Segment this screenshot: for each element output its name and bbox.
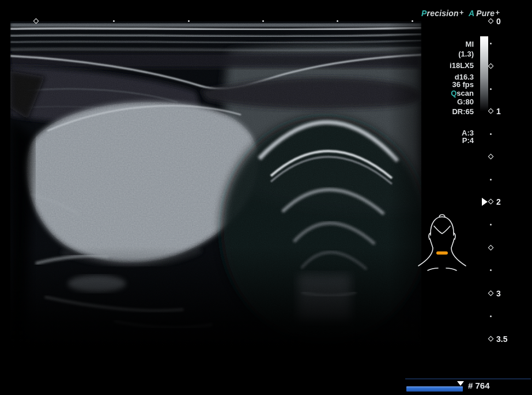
ultrasound-screen: 01233.5 Precision+ APure+ MI(1.3)i18LX5d… [0, 0, 532, 395]
body-marker-neck [415, 211, 469, 274]
ultrasound-art [10, 21, 421, 348]
depth-tick-3.5 [488, 336, 494, 342]
brand-apure-rest: Pure [476, 9, 495, 18]
width-tick [337, 20, 338, 22]
param-qscan-accent: Q [451, 89, 456, 97]
brand-apure-plus: + [495, 8, 500, 17]
width-tick [113, 20, 115, 22]
cine-progress-bar[interactable] [406, 386, 463, 392]
param-mi-label: MI [466, 40, 474, 48]
depth-tick-469 [490, 269, 492, 271]
probe-position-marker [436, 251, 448, 255]
ultrasound-b-mode-image [10, 21, 421, 348]
width-tick [412, 20, 413, 22]
width-tick [188, 20, 190, 22]
param-p-value: P:4 [462, 137, 474, 145]
grayscale-map-bar [480, 36, 488, 111]
focus-marker-icon[interactable] [482, 198, 488, 206]
depth-label-2: 2 [496, 197, 501, 207]
depth-tick-272 [488, 154, 494, 160]
cine-position-handle-icon[interactable] [457, 381, 464, 386]
depth-tick-233 [490, 133, 492, 135]
depth-tick-115 [488, 63, 494, 69]
param-frame-rate: 36 fps [452, 81, 474, 89]
param-gain: G:80 [457, 98, 474, 106]
cine-progress-track [405, 378, 531, 379]
body-marker-left-shoulder [428, 268, 438, 270]
imaging-params: MI(1.3)i18LX5d16.336 fpsQscanG:80DR:65A:… [421, 0, 474, 173]
depth-tick-2 [488, 199, 494, 205]
depth-tick-549 [490, 315, 492, 317]
depth-label-3: 3 [496, 288, 501, 299]
depth-tick-312 [490, 179, 492, 180]
param-mi-value: (1.3) [458, 50, 474, 58]
body-marker-hairline [434, 226, 450, 234]
depth-tick-0 [488, 18, 494, 24]
depth-tick-390 [490, 224, 492, 225]
depth-label-1: 1 [496, 106, 501, 116]
depth-tick-3 [488, 291, 494, 296]
depth-tick-155 [490, 88, 492, 90]
depth-tick-76 [490, 43, 492, 44]
param-transducer: i18LX5 [450, 62, 474, 70]
depth-tick-1 [488, 108, 494, 114]
body-marker-right-shoulder [446, 268, 456, 270]
depth-label-3.5: 3.5 [496, 334, 507, 344]
body-marker-right-neck [451, 239, 466, 266]
param-qscan: Qscan [451, 89, 474, 97]
depth-tick-430 [488, 245, 494, 251]
frame-counter: # 764 [468, 381, 490, 390]
width-tick [262, 20, 264, 22]
body-marker-left-neck [418, 239, 433, 266]
param-dynamic-range: DR:65 [452, 108, 474, 116]
